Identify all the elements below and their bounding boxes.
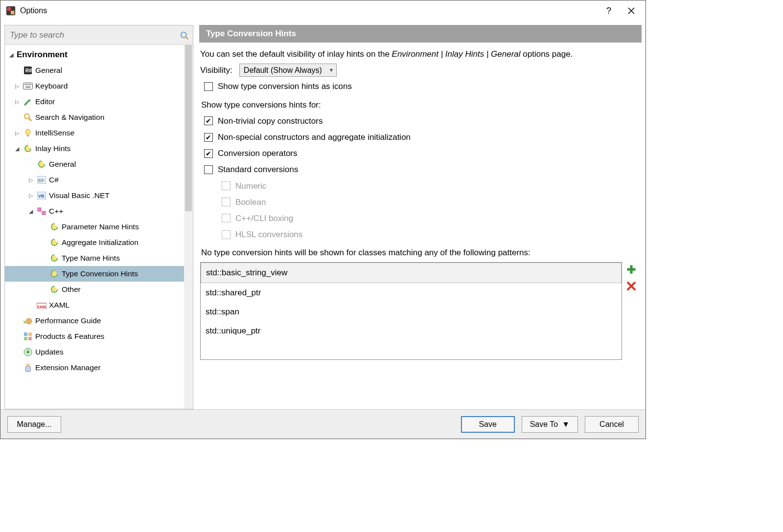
inlay-icon — [49, 222, 60, 231]
tree-cpp[interactable]: ◢C++ — [5, 203, 184, 219]
checkbox-icon — [222, 181, 230, 190]
svg-point-14 — [24, 114, 29, 119]
dialog-footer: Manage... Save Save To▼ Cancel — [0, 409, 645, 439]
svg-rect-17 — [27, 135, 29, 136]
list-item[interactable]: std::span — [201, 302, 622, 321]
csharp-icon: C# — [36, 176, 47, 184]
chevron-down-icon: ▼ — [562, 420, 570, 429]
tree-vbnet[interactable]: ▷VBVisual Basic .NET — [5, 188, 184, 203]
svg-point-26 — [26, 318, 32, 324]
svg-rect-12 — [30, 84, 31, 85]
list-item[interactable]: std::basic_string_view — [201, 263, 622, 283]
svg-rect-23 — [42, 211, 46, 215]
checkbox-icon — [204, 165, 213, 174]
opt-nonspecial[interactable]: ✔Non-special constructors and aggregate … — [204, 131, 639, 144]
products-icon — [23, 332, 33, 341]
cancel-button[interactable]: Cancel — [585, 416, 639, 433]
opt-cli: C++/CLI boxing — [222, 212, 639, 225]
checkbox-icon — [222, 230, 230, 239]
tree-inlay-hints[interactable]: ◢Inlay Hints — [5, 141, 184, 156]
list-item[interactable]: std::shared_ptr — [201, 283, 622, 302]
search-icon[interactable] — [179, 30, 189, 40]
svg-rect-13 — [25, 87, 30, 88]
app-icon — [5, 5, 16, 16]
opt-boolean: Boolean — [222, 196, 639, 209]
save-to-button[interactable]: Save To▼ — [522, 416, 578, 433]
tree-param-hints[interactable]: Parameter Name Hints — [5, 219, 184, 235]
exclude-label: No type conversion hints will be shown f… — [201, 246, 639, 259]
tree-type-conv-hints[interactable]: Type Conversion Hints — [5, 266, 184, 282]
tree-type-name-hints[interactable]: Type Name Hints — [5, 250, 184, 266]
opt-std[interactable]: Standard conversions — [204, 163, 639, 176]
svg-line-4 — [186, 37, 188, 39]
tree-general[interactable]: R#General — [5, 63, 184, 78]
opt-convops[interactable]: ✔Conversion operators — [204, 147, 639, 160]
svg-rect-7 — [23, 83, 33, 89]
svg-rect-1 — [7, 7, 11, 11]
save-button[interactable]: Save — [461, 416, 515, 433]
svg-rect-33 — [25, 366, 30, 372]
checkbox-icon: ✔ — [204, 133, 213, 142]
inlay-icon — [49, 269, 60, 278]
visibility-label: Visibility: — [200, 64, 232, 77]
svg-text:XAML: XAML — [37, 305, 46, 309]
tree-scrollbar[interactable] — [184, 45, 193, 409]
remove-pattern-button[interactable] — [626, 281, 637, 291]
tree-ih-general[interactable]: General — [5, 156, 184, 172]
tree-agg-init[interactable]: Aggregate Initialization — [5, 235, 184, 250]
intro-text: You can set the default visibility of in… — [200, 47, 639, 61]
list-item[interactable]: std::unique_ptr — [201, 321, 622, 340]
tree-search-nav[interactable]: Search & Navigation — [5, 110, 184, 125]
window-title: Options — [20, 6, 598, 15]
add-pattern-button[interactable] — [626, 264, 637, 275]
svg-rect-36 — [627, 268, 635, 270]
help-button[interactable]: ? — [598, 0, 620, 21]
visibility-row: Visibility: Default (Show Always) — [200, 64, 639, 77]
tree-ext-mgr[interactable]: Extension Manager — [5, 360, 184, 376]
general-icon: R# — [23, 66, 33, 75]
content-panel: Type Conversion Hints You can set the de… — [199, 25, 642, 409]
inlay-icon — [49, 238, 60, 247]
svg-point-16 — [25, 129, 30, 135]
checkbox-icon: ✔ — [204, 149, 213, 158]
svg-rect-9 — [26, 84, 27, 85]
svg-rect-31 — [28, 337, 32, 340]
extension-icon — [23, 363, 33, 372]
tree-perf-guide[interactable]: Performance Guide — [5, 313, 184, 329]
opt-nontrivial[interactable]: ✔Non-trivial copy constructors — [204, 114, 639, 128]
tree-environment[interactable]: ◢Environment — [5, 47, 184, 63]
snail-icon — [23, 317, 33, 325]
titlebar: Options ? — [0, 0, 645, 21]
svg-rect-22 — [38, 208, 41, 211]
list-buttons — [626, 262, 639, 360]
tree-xaml[interactable]: XAMLXAML — [5, 297, 184, 313]
tree-editor[interactable]: ▷Editor — [5, 94, 184, 110]
tree-other[interactable]: Other — [5, 282, 184, 297]
opt-as-icons[interactable]: Show type conversion hints as icons — [204, 80, 639, 93]
exclude-list[interactable]: std::basic_string_view std::shared_ptr s… — [200, 262, 622, 360]
svg-rect-2 — [11, 11, 14, 14]
sidebar: ◢Environment R#General ▷Keyboard ▷Editor… — [4, 25, 193, 409]
search-input[interactable] — [9, 30, 179, 41]
opt-numeric: Numeric — [222, 179, 639, 193]
svg-line-15 — [29, 118, 31, 121]
tree-keyboard[interactable]: ▷Keyboard — [5, 78, 184, 94]
visibility-select[interactable]: Default (Show Always) — [239, 64, 337, 77]
scrollbar-thumb[interactable] — [185, 45, 192, 211]
tree-products[interactable]: Products & Features — [5, 329, 184, 344]
svg-text:C#: C# — [38, 178, 44, 183]
bulb-icon — [23, 129, 33, 137]
manage-button[interactable]: Manage... — [7, 416, 61, 433]
tree-intellisense[interactable]: ▷IntelliSense — [5, 125, 184, 141]
checkbox-icon — [222, 214, 230, 222]
dialog-body: ◢Environment R#General ▷Keyboard ▷Editor… — [0, 21, 645, 409]
tree-container: ◢Environment R#General ▷Keyboard ▷Editor… — [5, 45, 193, 409]
tree-csharp[interactable]: ▷C#C# — [5, 172, 184, 188]
tree-updates[interactable]: Updates — [5, 344, 184, 360]
cpp-icon — [36, 207, 47, 215]
close-button[interactable] — [620, 0, 643, 21]
panel-title: Type Conversion Hints — [199, 25, 642, 43]
options-tree[interactable]: ◢Environment R#General ▷Keyboard ▷Editor… — [5, 45, 184, 409]
xaml-icon: XAML — [36, 301, 47, 309]
updates-icon — [23, 348, 33, 356]
